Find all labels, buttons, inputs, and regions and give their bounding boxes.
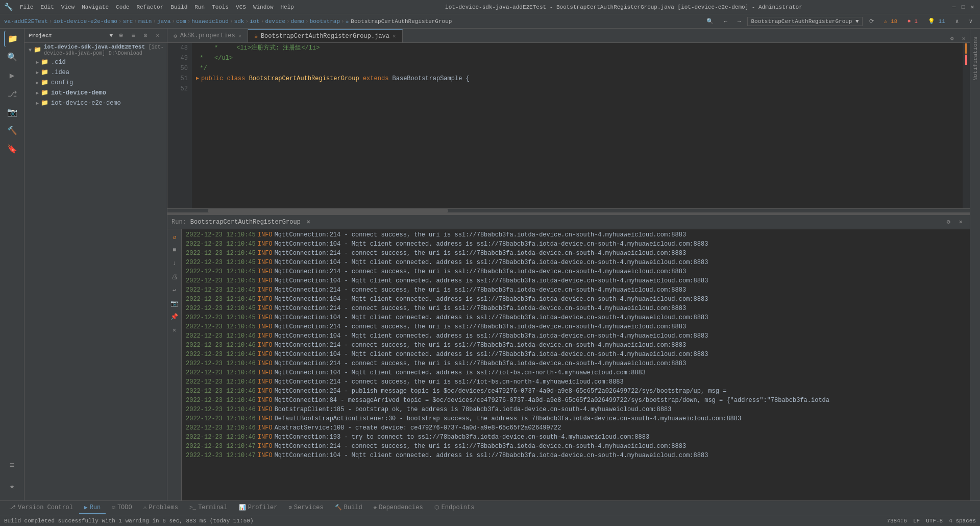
close-run-btn[interactable]: ✕ — [169, 324, 180, 336]
hints-count[interactable]: 💡 11 — [924, 16, 949, 26]
log-line: 2022-12-23 12:10:45 INFO MqttConnection:… — [186, 249, 966, 258]
bottom-tab-run[interactable]: ▶Run — [79, 502, 106, 514]
bc-root[interactable]: va-addE2ETest — [4, 18, 48, 25]
bc-bootstrap[interactable]: bootstrap — [310, 18, 340, 25]
wrap-btn[interactable]: ↩ — [169, 284, 180, 296]
cursor-position[interactable]: 7384:6 — [887, 518, 907, 524]
stop-btn[interactable]: ■ — [169, 245, 180, 256]
run-panel-title-close[interactable]: ✕ — [307, 218, 310, 226]
class-selector[interactable]: BootstrapCertAuthRegisterGroup ▼ — [747, 17, 862, 26]
expand-btn[interactable]: ∧ — [952, 16, 963, 26]
activity-find[interactable]: 🔍 — [4, 49, 20, 65]
activity-project[interactable]: 📁 — [4, 31, 20, 47]
bc-java[interactable]: java — [157, 18, 170, 25]
sidebar-locate-btn[interactable]: ⊕ — [116, 31, 126, 41]
run-close-btn[interactable]: ✕ — [955, 217, 966, 227]
breakpoint-icon[interactable]: ▶ — [196, 74, 199, 84]
bc-huaweicloud[interactable]: huaweicloud — [191, 18, 229, 25]
menu-build[interactable]: Build — [167, 3, 190, 11]
activity-gradle[interactable]: 🔨 — [4, 123, 20, 139]
editor-settings-btn[interactable]: ⚙ — [946, 35, 958, 42]
bottom-tab-endpoints[interactable]: ⬡Endpoints — [429, 502, 480, 514]
build-status[interactable]: Build completed successfully with 1 warn… — [4, 518, 253, 524]
bc-demo[interactable]: iot-device-e2e-demo — [53, 18, 117, 25]
bc-com[interactable]: com — [176, 18, 186, 25]
menu-vcs[interactable]: VCS — [233, 3, 249, 11]
code-line-51: ▶ public class BootstrapCertAuthRegister… — [196, 74, 959, 84]
bottom-tab-todo[interactable]: ☑TODO — [107, 502, 137, 514]
tab-aksk-close[interactable]: ✕ — [238, 33, 242, 39]
code-area[interactable]: * <li>注册方式: 注册组</li> * </ul> */ ▶ public… — [192, 43, 963, 208]
activity-run[interactable]: ▶ — [4, 67, 20, 84]
tree-root[interactable]: ▼ 📁 iot-device-sdk-java-addE2ETest [iot-… — [24, 43, 167, 57]
minimize-button[interactable]: ─ — [950, 4, 958, 11]
tree-config[interactable]: ▶ 📁 config — [24, 78, 167, 88]
nav-forward-btn[interactable]: → — [734, 17, 745, 26]
menu-tools[interactable]: Tools — [209, 3, 232, 11]
sidebar-dropdown-icon[interactable]: ▼ — [109, 33, 113, 39]
tab-bootstrap-close[interactable]: ✕ — [393, 33, 396, 39]
tree-iot-e2e-demo[interactable]: ▶ 📁 iot-device-e2e-demo — [24, 98, 167, 108]
scroll-end-btn[interactable]: ↓ — [169, 258, 180, 269]
bottom-tab-problems[interactable]: ⚠Problems — [138, 502, 183, 514]
print-btn[interactable]: 🖨 — [169, 271, 180, 282]
collapse-btn[interactable]: ∨ — [965, 16, 976, 26]
errors-count[interactable]: ✖ 1 — [904, 16, 921, 26]
menu-help[interactable]: Help — [278, 3, 297, 11]
menu-window[interactable]: Window — [250, 3, 277, 11]
bottom-tab-profiler[interactable]: 📊Profiler — [234, 502, 283, 514]
menu-file[interactable]: File — [17, 3, 36, 11]
bottom-tab-dependencies[interactable]: ◈Dependencies — [369, 502, 428, 514]
tab-aksk[interactable]: ⚙ AkSK.properties ✕ — [167, 29, 248, 42]
activity-bookmark[interactable]: 🔖 — [4, 141, 20, 157]
nav-search-btn[interactable]: 🔍 — [703, 16, 717, 26]
sidebar-settings-btn[interactable]: ⚙ — [140, 31, 151, 41]
editor-close-btn[interactable]: ✕ — [958, 35, 970, 42]
sidebar-collapse-btn[interactable]: ≡ — [128, 31, 138, 41]
bc-src[interactable]: src — [122, 18, 133, 25]
menu-edit[interactable]: Edit — [37, 3, 57, 11]
warnings-count[interactable]: ⚠ 18 — [880, 16, 901, 26]
bc-demo2[interactable]: demo — [291, 18, 304, 25]
tree-cid[interactable]: ▶ 📁 .cid — [24, 57, 167, 67]
bc-main[interactable]: main — [138, 18, 152, 25]
menu-navigate[interactable]: Navigate — [79, 3, 112, 11]
refresh-btn[interactable]: ⟳ — [866, 16, 877, 26]
main-layout: 📁 🔍 ▶ ⎇ 📷 🔨 🔖 ≡ ★ Project ▼ ⊕ ≡ ⚙ ✕ ▼ 📁 — [0, 29, 980, 500]
camera-btn[interactable]: 📷 — [169, 298, 180, 309]
tree-iot-device-demo[interactable]: ▶ 📁 iot-device-demo — [24, 88, 167, 98]
menu-run[interactable]: Run — [191, 3, 208, 11]
sidebar-close-btn[interactable]: ✕ — [153, 31, 163, 41]
bottom-tab-services[interactable]: ⚙Services — [283, 502, 328, 514]
run-settings-btn[interactable]: ⚙ — [943, 217, 953, 227]
bc-current-class: ☕ BootstrapCertAuthRegisterGroup — [346, 18, 452, 25]
activity-bookmarks[interactable]: ★ — [4, 478, 20, 494]
indent[interactable]: 4 spaces — [949, 518, 976, 524]
bc-device[interactable]: device — [265, 18, 285, 25]
bottom-tab-terminal[interactable]: >_Terminal — [184, 502, 233, 514]
run-label: Run: — [172, 219, 186, 226]
rerun-btn[interactable]: ↺ — [169, 231, 180, 243]
bottom-tab-version-control[interactable]: ⎇Version Control — [4, 502, 78, 514]
run-panel-body[interactable]: 2022-12-23 12:10:45 INFO MqttConnection:… — [182, 229, 970, 500]
activity-camera[interactable]: 📷 — [4, 104, 20, 121]
activity-structure[interactable]: ≡ — [4, 458, 20, 474]
activity-vcs[interactable]: ⎇ — [4, 86, 20, 102]
editor-hscrollbar[interactable] — [167, 208, 970, 212]
menu-view[interactable]: View — [58, 3, 78, 11]
line-ending[interactable]: LF — [913, 518, 920, 524]
nav-back-btn[interactable]: ← — [720, 17, 731, 26]
maximize-button[interactable]: □ — [960, 4, 967, 11]
tab-bootstrap[interactable]: ☕ BootstrapCertAuthRegisterGroup.java ✕ — [248, 29, 402, 42]
menu-code[interactable]: Code — [113, 3, 132, 11]
log-line: 2022-12-23 12:10:46 INFO MqttConnection:… — [186, 377, 966, 387]
bottom-tab-build[interactable]: 🔨Build — [330, 502, 368, 514]
close-button[interactable]: ✕ — [969, 4, 976, 11]
menu-refactor[interactable]: Refactor — [133, 3, 166, 11]
encoding[interactable]: UTF-8 — [926, 518, 943, 524]
notifications-label[interactable]: Notifications — [972, 33, 978, 85]
bc-iot[interactable]: iot — [250, 18, 260, 25]
bc-sdk[interactable]: sdk — [234, 18, 244, 25]
pin-btn[interactable]: 📌 — [169, 311, 180, 322]
tree-idea[interactable]: ▶ 📁 .idea — [24, 67, 167, 78]
